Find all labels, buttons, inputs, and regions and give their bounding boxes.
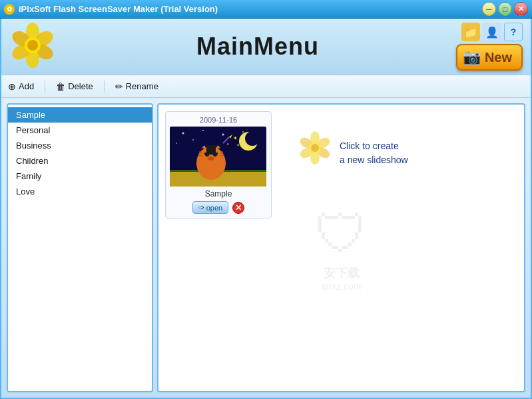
- svg-point-17: [245, 131, 260, 146]
- sidebar: Sample Personal Business Children Family…: [7, 103, 153, 392]
- sidebar-item-children[interactable]: Children: [8, 153, 152, 169]
- card-actions: ➩ open ✕: [170, 201, 267, 214]
- svg-point-14: [176, 143, 177, 144]
- svg-text:✦: ✦: [236, 143, 240, 147]
- title-bar-controls: ─ □ ✕: [482, 2, 528, 16]
- maximize-button[interactable]: □: [498, 2, 512, 16]
- new-slideshow-line2: a new slideshow: [340, 155, 408, 165]
- svg-point-10: [202, 130, 204, 131]
- app-title: MainMenu: [59, 33, 456, 61]
- add-label: Add: [19, 81, 34, 91]
- sidebar-item-love[interactable]: Love: [8, 184, 152, 199]
- new-slideshow-prompt[interactable]: Click to create a new slideshow: [298, 131, 408, 175]
- svg-rect-31: [206, 145, 216, 153]
- rename-icon: ✏: [115, 81, 123, 92]
- open-arrow-icon: ➩: [198, 203, 204, 212]
- svg-line-28: [198, 155, 202, 156]
- delete-icon: 🗑: [56, 81, 65, 92]
- card-open-button[interactable]: ➩ open: [192, 201, 228, 214]
- card-date: 2009-11-16: [170, 116, 267, 124]
- new-slideshow-line1: Click to create: [340, 141, 399, 151]
- rename-button[interactable]: ✏ Rename: [115, 81, 158, 92]
- delete-label: Delete: [68, 81, 93, 91]
- svg-point-9: [182, 133, 184, 135]
- app-container: MainMenu 📁 👤 ? 📷 New ⊕ Add 🗑 Delete ✏: [0, 19, 532, 399]
- svg-line-30: [220, 155, 224, 156]
- open-button-label: open: [206, 204, 222, 212]
- card-title: Sample: [170, 189, 267, 199]
- header-right: 📁 👤 ? 📷 New: [456, 23, 523, 71]
- sidebar-item-business[interactable]: Business: [8, 138, 152, 153]
- header-logo: [9, 22, 59, 72]
- svg-point-7: [27, 40, 38, 51]
- user-button[interactable]: 👤: [483, 23, 501, 41]
- slideshow-card: 2009-11-16: [165, 111, 272, 218]
- sidebar-item-personal[interactable]: Personal: [8, 123, 152, 138]
- svg-point-12: [242, 131, 244, 133]
- add-button[interactable]: ⊕ Add: [8, 81, 34, 92]
- title-bar-left: ✿ iPixSoft Flash ScreenSaver Maker (Tria…: [4, 4, 218, 15]
- svg-point-45: [311, 144, 319, 152]
- header: MainMenu 📁 👤 ? 📷 New: [1, 19, 531, 75]
- svg-rect-32: [204, 153, 218, 155]
- sidebar-item-sample[interactable]: Sample: [8, 107, 152, 123]
- card-delete-button[interactable]: ✕: [232, 202, 244, 214]
- svg-text:✦: ✦: [226, 142, 229, 146]
- logo-flower-icon: [9, 22, 56, 69]
- svg-point-11: [222, 134, 224, 136]
- camera-icon: 📷: [463, 49, 481, 66]
- content-area: 🛡 安下载 anxz.com 2009-11-16: [157, 103, 525, 392]
- header-icons: 📁 👤 ?: [461, 23, 523, 41]
- minimize-button[interactable]: ─: [482, 2, 496, 16]
- svg-point-24: [208, 157, 214, 161]
- add-icon: ⊕: [8, 81, 16, 92]
- title-bar-text: iPixSoft Flash ScreenSaver Maker (Trial …: [19, 4, 218, 14]
- title-bar: ✿ iPixSoft Flash ScreenSaver Maker (Tria…: [0, 0, 532, 19]
- close-button[interactable]: ✕: [514, 2, 528, 16]
- thumbnail-image: ✦ ✦ ✦: [170, 127, 266, 187]
- watermark-url: anxz.com: [315, 281, 368, 292]
- watermark: 🛡 安下载 anxz.com: [315, 204, 368, 292]
- separator-1: [45, 81, 45, 93]
- card-thumbnail: ✦ ✦ ✦: [170, 127, 266, 187]
- toolbar: ⊕ Add 🗑 Delete ✏ Rename: [1, 75, 531, 98]
- watermark-site: 安下载: [315, 265, 368, 281]
- help-button[interactable]: ?: [504, 23, 523, 41]
- svg-text:✦: ✦: [233, 135, 238, 141]
- separator-2: [104, 81, 105, 93]
- folder-button[interactable]: 📁: [461, 23, 480, 41]
- app-icon: ✿: [4, 4, 15, 15]
- watermark-icon: 🛡: [315, 204, 368, 265]
- new-slideshow-icon: [298, 131, 332, 175]
- svg-point-15: [192, 139, 194, 141]
- new-button[interactable]: 📷 New: [456, 44, 523, 71]
- flower-icon: [298, 131, 332, 168]
- delete-button[interactable]: 🗑 Delete: [56, 81, 93, 92]
- new-slideshow-text: Click to create a new slideshow: [340, 139, 408, 167]
- sidebar-item-family[interactable]: Family: [8, 169, 152, 184]
- main-area: Sample Personal Business Children Family…: [1, 98, 531, 398]
- rename-label: Rename: [126, 81, 158, 91]
- new-button-label: New: [485, 50, 512, 65]
